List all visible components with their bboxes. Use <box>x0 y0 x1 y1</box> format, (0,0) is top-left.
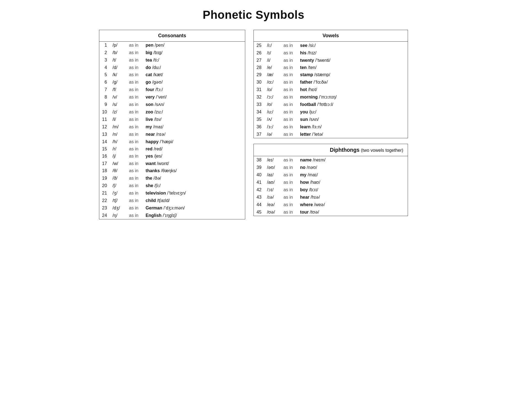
as-in-label: as in <box>281 156 297 164</box>
example-word: cat /kæt/ <box>143 71 245 78</box>
table-row: 16/j/as inyes /jes/ <box>99 153 245 160</box>
example-word: television /ˈtelɪvɪʒn/ <box>143 189 245 197</box>
row-number: 9 <box>99 101 110 108</box>
phonetic-symbol: /h/ <box>110 138 126 145</box>
row-number: 36 <box>254 123 264 131</box>
consonants-table: Consonants 1/p/as inpen /pen/2/b/as inbi… <box>99 30 245 219</box>
table-row: 4/d/as indo /duː/ <box>99 64 245 71</box>
example-word: twenty /ˈtwenti/ <box>297 57 408 64</box>
table-row: 41/aʊ/as inhow /haʊ/ <box>254 179 408 186</box>
phonetic-symbol: /ɜː/ <box>264 123 281 131</box>
phonetic-symbol: /ʒ/ <box>110 189 126 197</box>
table-row: 40/aɪ/as inmy /maɪ/ <box>254 171 408 179</box>
table-row: 7/f/as infour /fɔː/ <box>99 86 245 93</box>
row-number: 13 <box>99 131 110 138</box>
table-row: 12/m/as inmy /maɪ/ <box>99 123 245 131</box>
as-in-label: as in <box>126 78 143 86</box>
phonetic-symbol: /eə/ <box>264 201 281 208</box>
row-number: 8 <box>99 93 110 101</box>
example-word: thanks /θæŋks/ <box>143 167 245 174</box>
example-word: near /nɪə/ <box>143 131 245 138</box>
phonetic-symbol: /ʊə/ <box>264 208 281 216</box>
as-in-label: as in <box>281 86 297 93</box>
phonetic-symbol: /r/ <box>110 145 126 153</box>
as-in-label: as in <box>281 186 297 193</box>
row-number: 31 <box>254 86 264 93</box>
as-in-label: as in <box>281 171 297 179</box>
row-number: 33 <box>254 101 264 108</box>
row-number: 1 <box>99 42 110 49</box>
row-number: 39 <box>254 164 264 171</box>
example-word: sun /sʌn/ <box>297 116 408 123</box>
row-number: 17 <box>99 160 110 167</box>
table-row: 10/z/as inzoo /zuː/ <box>99 108 245 116</box>
row-number: 14 <box>99 138 110 145</box>
table-row: 34/uː/as inyou /juː/ <box>254 108 408 116</box>
table-row: 3/t/as intea /tiː/ <box>99 56 245 64</box>
phonetic-symbol: /tʃ/ <box>110 197 126 204</box>
as-in-label: as in <box>126 123 143 131</box>
row-number: 11 <box>99 116 110 123</box>
table-row: 32/ɔː/as inmorning /ˈmɔːnɪŋ/ <box>254 93 408 101</box>
row-number: 34 <box>254 108 264 116</box>
phonetic-symbol: /m/ <box>110 123 126 131</box>
example-word: zoo /zuː/ <box>143 108 245 116</box>
row-number: 41 <box>254 179 264 186</box>
table-row: 44/eə/as inwhere /weə/ <box>254 201 408 208</box>
example-word: hot /hɒt/ <box>297 86 408 93</box>
as-in-label: as in <box>126 101 143 108</box>
example-word: red /red/ <box>143 145 245 153</box>
example-word: want /wɒnt/ <box>143 160 245 167</box>
phonetic-symbol: /ʊ/ <box>264 101 281 108</box>
row-number: 7 <box>99 86 110 93</box>
as-in-label: as in <box>281 101 297 108</box>
example-word: where /weə/ <box>297 201 408 208</box>
row-number: 24 <box>99 212 110 219</box>
as-in-label: as in <box>126 174 143 182</box>
table-row: 21/ʒ/as intelevision /ˈtelɪvɪʒn/ <box>99 189 245 197</box>
row-number: 37 <box>254 131 264 138</box>
table-row: 39/əʊ/as inno /nəʊ/ <box>254 164 408 171</box>
example-word: learn /lɜːn/ <box>297 123 408 131</box>
page-title: Phonetic Symbols <box>11 8 496 22</box>
phonetic-symbol: /g/ <box>110 78 126 86</box>
row-number: 3 <box>99 56 110 64</box>
as-in-label: as in <box>281 71 297 78</box>
table-row: 8/v/as invery /ˈveri/ <box>99 93 245 101</box>
row-number: 2 <box>99 49 110 56</box>
example-word: hear /hɪə/ <box>297 193 408 201</box>
table-row: 9/s/as inson /sʌn/ <box>99 101 245 108</box>
as-in-label: as in <box>126 42 143 49</box>
example-word: ten /ten/ <box>297 64 408 71</box>
phonetic-symbol: /p/ <box>110 42 126 49</box>
row-number: 27 <box>254 57 264 64</box>
table-row: 22/tʃ/as inchild /tʃaɪld/ <box>99 197 245 204</box>
phonetic-symbol: /ɑː/ <box>264 78 281 86</box>
as-in-label: as in <box>281 49 297 57</box>
phonetic-symbol: /w/ <box>110 160 126 167</box>
right-column: Vowels 25/iː/as insee /siː/26/ɪ/as inhis… <box>254 30 408 216</box>
row-number: 22 <box>99 197 110 204</box>
consonants-header: Consonants <box>99 30 245 42</box>
table-row: 31/ɒ/as inhot /hɒt/ <box>254 86 408 93</box>
as-in-label: as in <box>281 93 297 101</box>
as-in-label: as in <box>281 42 297 49</box>
as-in-label: as in <box>126 182 143 189</box>
vowels-header: Vowels <box>254 30 408 42</box>
main-content: Consonants 1/p/as inpen /pen/2/b/as inbi… <box>11 30 496 219</box>
as-in-label: as in <box>126 167 143 174</box>
phonetic-symbol: /ɪ/ <box>264 49 281 57</box>
example-word: tea /tiː/ <box>143 56 245 64</box>
example-word: yes /jes/ <box>143 153 245 160</box>
phonetic-symbol: /f/ <box>110 86 126 93</box>
phonetic-symbol: /θ/ <box>110 167 126 174</box>
example-word: she /ʃiː/ <box>143 182 245 189</box>
phonetic-symbol: /ɒ/ <box>264 86 281 93</box>
table-row: 23/dʒ/as inGerman /ˈdʒɜːmən/ <box>99 204 245 212</box>
table-row: 29/æ/as instamp /stæmp/ <box>254 71 408 78</box>
phonetic-symbol: /l/ <box>110 116 126 123</box>
phonetic-symbol: /ə/ <box>264 131 281 138</box>
table-row: 17/w/as inwant /wɒnt/ <box>99 160 245 167</box>
example-word: the /ðə/ <box>143 174 245 182</box>
as-in-label: as in <box>281 108 297 116</box>
